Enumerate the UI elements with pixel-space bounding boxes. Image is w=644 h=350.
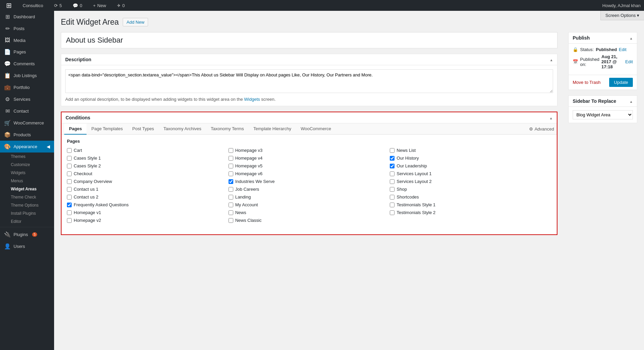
pages-content: Pages Cart Homepage v3 <box>62 135 557 234</box>
publish-header[interactable]: Publish <box>569 32 637 44</box>
checkbox-landing[interactable] <box>229 195 233 200</box>
tab-template-hierarchy[interactable]: Template Hierarchy <box>248 123 296 135</box>
checkbox-our-leadership[interactable] <box>390 164 395 168</box>
sidebar-replace-box: Sidebar To Replace Blog Widget Area Foot… <box>568 95 637 123</box>
widgets-link[interactable]: Widgets <box>244 97 260 102</box>
sidebar-item-services[interactable]: ⚙ Services <box>0 93 54 105</box>
comments-bar[interactable]: 💬 0 <box>70 0 85 11</box>
checkbox-news-list[interactable] <box>390 148 395 153</box>
checkbox-job-careers[interactable] <box>229 187 233 192</box>
tab-pages[interactable]: Pages <box>64 123 87 135</box>
plugins-icon: 🔌 <box>4 231 11 238</box>
checkbox-grid: Cart Homepage v3 News List <box>67 147 551 224</box>
checkbox-cases-style-1[interactable] <box>67 156 72 161</box>
tab-woocommerce[interactable]: WooCommerce <box>296 123 336 135</box>
checkbox-checkout[interactable] <box>67 171 72 176</box>
updates-bar[interactable]: ✈ 0 <box>114 0 127 11</box>
trash-link[interactable]: Move to Trash <box>573 80 600 85</box>
sidebar-sub-editor[interactable]: Editor <box>0 217 54 226</box>
sidebar-sub-widget-areas[interactable]: Widget Areas <box>0 185 54 193</box>
checkbox-industries-we-serve[interactable] <box>229 179 233 184</box>
checkbox-testimonials-style-2[interactable] <box>390 210 395 215</box>
list-item: Homepage v1 <box>67 209 229 216</box>
tab-post-types[interactable]: Post Types <box>127 123 159 135</box>
checkbox-cases-style-2[interactable] <box>67 164 72 168</box>
sidebar-item-users[interactable]: 👤 Users <box>0 240 54 252</box>
description-header[interactable]: Description <box>61 54 557 65</box>
checkbox-my-account[interactable] <box>229 203 233 207</box>
site-name[interactable]: Consultico <box>20 0 46 11</box>
job-listings-icon: 📋 <box>4 72 11 79</box>
services-icon: ⚙ <box>4 96 11 102</box>
checkbox-services-layout-1[interactable] <box>390 171 395 176</box>
conditions-header[interactable]: Conditions <box>62 112 557 123</box>
checkbox-homepage-v3[interactable] <box>229 148 233 153</box>
checkbox-homepage-v5[interactable] <box>229 164 233 168</box>
sidebar-sub-customize[interactable]: Customize <box>0 161 54 169</box>
checkbox-shop[interactable] <box>390 187 395 192</box>
update-button[interactable]: Update <box>609 78 633 87</box>
sidebar-sub-menus[interactable]: Menus <box>0 177 54 185</box>
sidebar-item-pages[interactable]: 📄 Pages <box>0 46 54 58</box>
sidebar-item-appearance[interactable]: 🎨 Appearance ◀ <box>0 141 54 153</box>
sidebar-sub-theme-options[interactable]: Theme Options <box>0 201 54 209</box>
sidebar-item-posts[interactable]: ✏ Posts <box>0 23 54 34</box>
checkbox-homepage-v6[interactable] <box>229 171 233 176</box>
tab-page-templates[interactable]: Page Templates <box>87 123 127 135</box>
checkbox-homepage-v4[interactable] <box>229 156 233 161</box>
sidebar-item-job-listings[interactable]: 📋 Job Listings <box>0 70 54 81</box>
checkbox-faq[interactable] <box>67 203 72 207</box>
woocommerce-icon: 🛒 <box>4 120 11 126</box>
pages-section-label: Pages <box>67 139 551 144</box>
checkbox-our-history[interactable] <box>390 156 395 161</box>
contact-icon: ✉ <box>4 108 11 114</box>
checkbox-homepage-v2[interactable] <box>67 218 72 223</box>
sidebar-sub-widgets[interactable]: Widgets <box>0 169 54 177</box>
sidebar-item-woocommerce[interactable]: 🛒 WooCommerce <box>0 117 54 129</box>
sidebar-item-dashboard[interactable]: ⊞ Dashboard <box>0 11 54 23</box>
checkbox-contact-us-1[interactable] <box>67 187 72 192</box>
checkbox-contact-us-2[interactable] <box>67 195 72 200</box>
checkbox-cart[interactable] <box>67 148 72 153</box>
tab-taxonomy-archives[interactable]: Taxonomy Archives <box>159 123 206 135</box>
revision-count[interactable]: ⟳ 5 <box>51 0 65 11</box>
checkbox-company-overview[interactable] <box>67 179 72 184</box>
sidebar-sub-theme-check[interactable]: Theme Check <box>0 193 54 201</box>
checkbox-news-classic[interactable] <box>229 218 233 223</box>
publish-body: 🔒 Status: Published Edit 📅 Published on:… <box>569 44 637 75</box>
list-item: Contact us 1 <box>67 186 229 192</box>
sidebar-replace-select[interactable]: Blog Widget Area Footer Widget Area Side… <box>573 110 633 119</box>
widget-title-input[interactable] <box>61 32 557 48</box>
checkbox-shortcodes[interactable] <box>390 195 395 200</box>
description-toggle-icon <box>550 57 553 62</box>
description-textarea[interactable]: <span data-bind="description_section.tex… <box>65 69 553 93</box>
new-content[interactable]: + New <box>90 0 109 11</box>
published-edit-link[interactable]: Edit <box>625 59 633 64</box>
add-new-button[interactable]: Add New <box>123 18 148 26</box>
checkbox-testimonials-style-1[interactable] <box>390 203 395 207</box>
wp-logo[interactable]: ⊞ <box>3 0 15 11</box>
publish-toggle-icon <box>629 35 633 41</box>
sidebar-item-portfolio[interactable]: 💼 Portfolio <box>0 81 54 93</box>
description-box: Description <span data-bind="description… <box>61 54 557 106</box>
advanced-settings[interactable]: ⚙ Advanced <box>529 126 554 132</box>
sidebar-sub-themes[interactable]: Themes <box>0 153 54 161</box>
sidebar-item-products[interactable]: 📦 Products <box>0 129 54 141</box>
sidebar-item-media[interactable]: 🖼 Media <box>0 34 54 46</box>
sidebar-item-contact[interactable]: ✉ Contact <box>0 105 54 117</box>
tab-taxonomy-terms[interactable]: Taxonomy Terms <box>206 123 248 135</box>
checkbox-services-layout-2[interactable] <box>390 179 395 184</box>
sidebar-item-plugins[interactable]: 🔌 Plugins 5 <box>0 229 54 240</box>
checkbox-homepage-v1[interactable] <box>67 210 72 215</box>
screen-options-button[interactable]: Screen Options ▾ <box>600 11 644 20</box>
list-item: Homepage v6 <box>229 170 390 177</box>
sidebar-replace-header[interactable]: Sidebar To Replace <box>569 96 637 107</box>
status-edit-link[interactable]: Edit <box>619 47 626 52</box>
list-item: Services Layout 2 <box>390 178 551 185</box>
list-item <box>390 217 551 224</box>
status-row: 🔒 Status: Published Edit <box>573 47 633 52</box>
posts-icon: ✏ <box>4 25 11 32</box>
sidebar-item-comments[interactable]: 💬 Comments <box>0 58 54 70</box>
sidebar-sub-install-plugins[interactable]: Install Plugins <box>0 209 54 217</box>
checkbox-news[interactable] <box>229 210 233 215</box>
